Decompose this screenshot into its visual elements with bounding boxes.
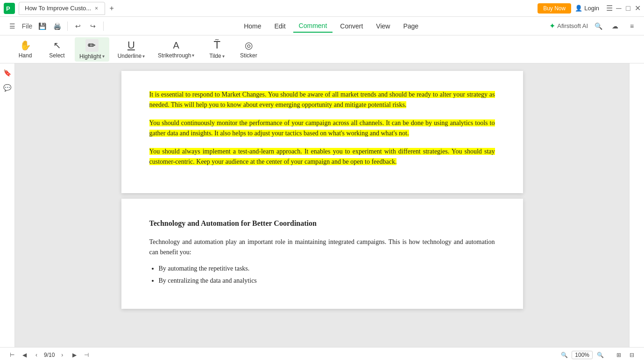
page1-para2: You should continuously monitor the perf…	[149, 118, 495, 139]
menu-icon[interactable]: ☰	[607, 6, 612, 11]
right-sidebar-icon	[631, 67, 643, 78]
menu-left-controls: ☰ File 💾 🖨️ ↩ ↪	[6, 20, 106, 33]
window-controls: ☰ ─ □ ✕	[607, 6, 640, 11]
main-layout: 🔖 💬 It is essential to respond to Market…	[0, 63, 644, 347]
menu-edit[interactable]: Edit	[269, 20, 291, 33]
page2-bullet1: By automating the repetitive tasks.	[159, 264, 495, 274]
zoom-value: 100%	[572, 351, 593, 359]
menu-page[interactable]: Page	[397, 20, 424, 33]
highlight-chevron: ▾	[102, 54, 105, 59]
page2-list: By automating the repetitive tasks. By c…	[159, 264, 495, 286]
maximize-btn[interactable]: □	[625, 6, 631, 11]
highlight-label: Highlight ▾	[79, 53, 105, 60]
print-btn[interactable]: 🖨️	[50, 20, 64, 33]
next-arrow-btn[interactable]: ›	[57, 350, 67, 360]
svg-text:P: P	[6, 5, 10, 12]
tab-bar: How To Improve Custo... × +	[19, 2, 534, 15]
menu-comment[interactable]: Comment	[293, 20, 333, 33]
highlight-icon: ✏	[88, 40, 96, 51]
zoom-controls: 🔍 100% 🔍	[559, 350, 605, 360]
tilde-label: Tilde ▾	[209, 53, 225, 59]
page-gap	[121, 193, 523, 199]
page-indicator: 9/10	[44, 352, 55, 358]
title-bar: P How To Improve Custo... × + Buy Now 👤 …	[0, 0, 644, 17]
active-tab[interactable]: How To Improve Custo... ×	[19, 2, 105, 15]
hand-tool-btn[interactable]: ✋ Hand	[11, 37, 39, 62]
page2-intro: Technology and automation play an import…	[149, 237, 495, 258]
highlight-icon-container: ✏	[85, 39, 99, 52]
page1-content: It is essential to respond to Market Cha…	[149, 90, 495, 167]
left-sidebar: 🔖 💬	[0, 63, 15, 347]
save-btn[interactable]: 💾	[35, 20, 49, 33]
file-label: File	[22, 22, 33, 30]
cloud-btn[interactable]: ☁	[609, 20, 622, 33]
page2-bullet2: By centralizing the data and analytics	[159, 276, 495, 286]
ai-star-icon: ✦	[549, 21, 555, 30]
redo-btn[interactable]: ↪	[86, 20, 99, 33]
app-logo: P	[4, 3, 15, 14]
highlighted-text-1: It is essential to respond to Market Cha…	[149, 91, 495, 108]
tilde-tool-btn[interactable]: T̃ Tilde ▾	[203, 37, 231, 62]
zoom-out-btn[interactable]: 🔍	[559, 350, 569, 360]
right-sidebar	[629, 63, 644, 347]
cursor-icon: ↖	[53, 40, 61, 51]
strikethrough-tool-btn[interactable]: A Strikethrough ▾	[153, 37, 199, 62]
sticker-label: Sticker	[240, 52, 257, 59]
tab-title: How To Improve Custo...	[25, 5, 91, 12]
menu-items: Home Edit Comment Convert View Page	[113, 20, 549, 33]
menu-bar: ☰ File 💾 🖨️ ↩ ↪ Home Edit Comment Conver…	[0, 17, 644, 35]
document-page-2: Technology and Automation for Better Coo…	[121, 199, 523, 308]
menu-convert[interactable]: Convert	[334, 20, 368, 33]
page1-para1: It is essential to respond to Market Cha…	[149, 90, 495, 111]
menu-right: ✦ Afirstsoft AI 🔍 ☁ ≡	[549, 20, 638, 33]
new-tab-btn[interactable]: +	[106, 3, 117, 14]
highlight-tool-btn[interactable]: ✏ Highlight ▾	[75, 37, 109, 62]
comments-sidebar-icon[interactable]: 💬	[2, 82, 13, 93]
fit-width-btn[interactable]: ⊟	[627, 350, 637, 360]
sidebar-toggle-btn[interactable]: ☰	[6, 20, 19, 33]
strikethrough-chevron: ▾	[192, 53, 194, 58]
strikethrough-icon: A	[173, 40, 179, 51]
login-button[interactable]: 👤 Login	[575, 5, 599, 12]
annotation-toolbar: ✋ Hand ↖ Select ✏ Highlight ▾ U Underlin…	[0, 35, 644, 63]
menu-divider-2	[103, 21, 104, 31]
document-page-1: It is essential to respond to Market Cha…	[121, 71, 523, 193]
select-label: Select	[49, 52, 64, 59]
last-page-btn[interactable]: ⊣	[82, 350, 91, 360]
bottom-right-controls: ⊞ ⊟	[614, 350, 637, 360]
tab-close-btn[interactable]: ×	[94, 4, 99, 13]
undo-btn[interactable]: ↩	[71, 20, 85, 33]
prev-arrow-btn[interactable]: ‹	[32, 350, 41, 360]
page2-content: Technology and Automation for Better Coo…	[149, 217, 495, 286]
page-navigation: ⊢ ◀ ‹ 9/10 › ▶ ⊣	[7, 350, 91, 360]
hand-label: Hand	[19, 52, 32, 59]
menu-home[interactable]: Home	[238, 20, 267, 33]
buy-now-button[interactable]: Buy Now	[538, 3, 571, 14]
fit-page-btn[interactable]: ⊞	[614, 350, 623, 360]
tilde-icon: T̃	[214, 39, 220, 51]
login-label: Login	[584, 5, 599, 12]
sticker-icon: ◎	[245, 40, 253, 51]
bookmark-icon[interactable]: 🔖	[2, 67, 13, 78]
ai-label: Afirstsoft AI	[557, 22, 588, 29]
minimize-btn[interactable]: ─	[616, 6, 622, 11]
sticker-tool-btn[interactable]: ◎ Sticker	[234, 37, 262, 62]
document-scroll[interactable]: It is essential to respond to Market Cha…	[15, 63, 629, 347]
underline-chevron: ▾	[142, 54, 145, 59]
next-page-btn[interactable]: ▶	[70, 350, 79, 360]
first-page-btn[interactable]: ⊢	[7, 350, 17, 360]
page2-heading: Technology and Automation for Better Coo…	[149, 217, 495, 230]
select-tool-btn[interactable]: ↖ Select	[43, 37, 71, 62]
user-icon: 👤	[575, 5, 582, 12]
file-menu-btn[interactable]: File	[21, 20, 34, 33]
underline-tool-btn[interactable]: U Underline ▾	[113, 37, 149, 62]
page1-para3: You should always implement a test-and-l…	[149, 146, 495, 167]
zoom-in-btn[interactable]: 🔍	[595, 350, 605, 360]
more-btn[interactable]: ≡	[625, 20, 638, 33]
ai-button[interactable]: ✦ Afirstsoft AI	[549, 21, 588, 30]
search-btn[interactable]: 🔍	[592, 20, 605, 33]
menu-view[interactable]: View	[370, 20, 396, 33]
prev-page-btn[interactable]: ◀	[20, 350, 29, 360]
close-btn[interactable]: ✕	[635, 6, 640, 11]
underline-icon: U	[127, 39, 135, 51]
